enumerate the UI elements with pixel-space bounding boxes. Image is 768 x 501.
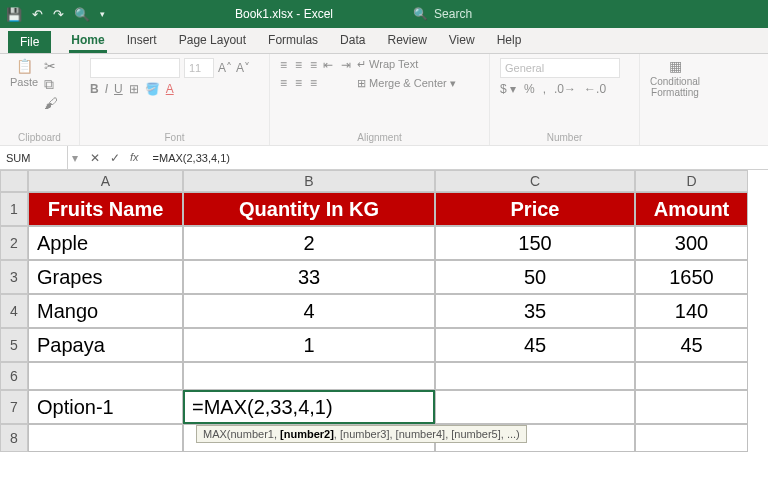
formula-input[interactable]: =MAX(2,33,4,1) [147,146,768,169]
cell[interactable]: Quantity In KG [183,192,435,226]
cell[interactable]: 50 [435,260,635,294]
tab-page-layout[interactable]: Page Layout [177,29,248,53]
conditional-formatting-button[interactable]: ▦ Conditional Formatting [650,58,700,143]
cut-icon[interactable]: ✂ [44,58,58,74]
row-header[interactable]: 3 [0,260,28,294]
copy-icon[interactable]: ⧉ [44,76,58,93]
border-icon[interactable]: ⊞ [129,82,139,96]
number-format-combo[interactable]: General [500,58,620,78]
save-icon[interactable]: 💾 [6,7,22,22]
currency-icon[interactable]: $ ▾ [500,82,516,96]
merge-center-button[interactable]: ⊞ Merge & Center ▾ [357,77,456,90]
wrap-text-button[interactable]: ↵ Wrap Text [357,58,456,71]
cell[interactable]: 45 [435,328,635,362]
align-right-icon[interactable]: ≡ [310,76,317,90]
paste-button[interactable]: 📋 Paste [10,58,38,88]
quick-access-toolbar: 💾 ↶ ↷ 🔍 ▾ [6,7,105,22]
row-header[interactable]: 2 [0,226,28,260]
percent-icon[interactable]: % [524,82,535,96]
bold-button[interactable]: B [90,82,99,96]
redo-icon[interactable]: ↷ [53,7,64,22]
tab-help[interactable]: Help [495,29,524,53]
cell[interactable] [635,362,748,390]
row-header[interactable]: 8 [0,424,28,452]
font-name-combo[interactable] [90,58,180,78]
cell[interactable] [635,390,748,424]
increase-font-icon[interactable]: A˄ [218,61,232,75]
cell[interactable] [183,362,435,390]
cell[interactable]: Price [435,192,635,226]
font-size-combo[interactable]: 11 [184,58,214,78]
tab-home[interactable]: Home [69,29,106,53]
cell[interactable]: Fruits Name [28,192,183,226]
fx-icon[interactable]: fx [130,151,139,165]
tab-review[interactable]: Review [385,29,428,53]
cell[interactable]: Amount [635,192,748,226]
cell[interactable]: 300 [635,226,748,260]
cell[interactable] [28,424,183,452]
cell[interactable] [28,362,183,390]
row-header[interactable]: 1 [0,192,28,226]
col-header-a[interactable]: A [28,170,183,192]
cell[interactable]: Papaya [28,328,183,362]
spreadsheet-grid[interactable]: A B C D 1 Fruits Name Quantity In KG Pri… [0,170,768,452]
cell[interactable]: 45 [635,328,748,362]
align-center-icon[interactable]: ≡ [295,76,302,90]
italic-button[interactable]: I [105,82,108,96]
align-middle-icon[interactable]: ≡ [295,58,302,72]
font-color-icon[interactable]: A [166,82,174,96]
name-box[interactable]: SUM [0,146,68,169]
col-header-b[interactable]: B [183,170,435,192]
cell[interactable]: 140 [635,294,748,328]
col-header-d[interactable]: D [635,170,748,192]
cell[interactable]: Option-1 [28,390,183,424]
search-box[interactable]: 🔍 [413,7,584,21]
decrease-decimal-icon[interactable]: ←.0 [584,82,606,96]
comma-icon[interactable]: , [543,82,546,96]
cell[interactable]: 150 [435,226,635,260]
underline-button[interactable]: U [114,82,123,96]
tab-data[interactable]: Data [338,29,367,53]
row-header[interactable]: 4 [0,294,28,328]
row-header[interactable]: 5 [0,328,28,362]
conditional-formatting-icon: ▦ [669,58,682,74]
format-painter-icon[interactable]: 🖌 [44,95,58,111]
undo-icon[interactable]: ↶ [32,7,43,22]
cell[interactable]: 1 [183,328,435,362]
cancel-formula-icon[interactable]: ✕ [90,151,100,165]
qat-dropdown-icon[interactable]: ▾ [100,9,105,19]
tab-file[interactable]: File [8,31,51,53]
name-box-dropdown-icon[interactable]: ▾ [68,151,82,165]
search-icon[interactable]: 🔍 [74,7,90,22]
row-header[interactable]: 6 [0,362,28,390]
cell[interactable]: 4 [183,294,435,328]
cell[interactable]: 2 [183,226,435,260]
decrease-font-icon[interactable]: A˅ [236,61,250,75]
decrease-indent-icon[interactable]: ⇤ [323,58,333,72]
cell[interactable] [435,362,635,390]
increase-indent-icon[interactable]: ⇥ [341,58,351,72]
row-header[interactable]: 7 [0,390,28,424]
increase-decimal-icon[interactable]: .0→ [554,82,576,96]
cell[interactable]: Apple [28,226,183,260]
col-header-c[interactable]: C [435,170,635,192]
select-all-corner[interactable] [0,170,28,192]
cell[interactable]: 35 [435,294,635,328]
align-bottom-icon[interactable]: ≡ [310,58,317,72]
active-cell[interactable]: =MAX(2,33,4,1) MAX(number1, [number2], [… [183,390,435,424]
cell[interactable]: Grapes [28,260,183,294]
tab-view[interactable]: View [447,29,477,53]
tab-formulas[interactable]: Formulas [266,29,320,53]
tab-insert[interactable]: Insert [125,29,159,53]
cell[interactable]: 1650 [635,260,748,294]
cell[interactable] [635,424,748,452]
search-input[interactable] [434,7,584,21]
cell[interactable]: 33 [183,260,435,294]
cell[interactable]: Mango [28,294,183,328]
align-left-icon[interactable]: ≡ [280,76,287,90]
cond-format-label: Conditional Formatting [650,76,700,98]
enter-formula-icon[interactable]: ✓ [110,151,120,165]
align-top-icon[interactable]: ≡ [280,58,287,72]
fill-color-icon[interactable]: 🪣 [145,82,160,96]
cell[interactable] [435,390,635,424]
